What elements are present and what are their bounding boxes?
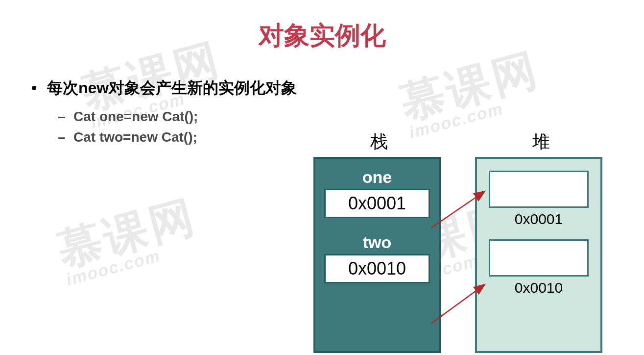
memory-diagram: 栈 堆 one 0x0001 two 0x0010 0x0001 0x0010 (313, 130, 637, 355)
stack-box: one 0x0001 two 0x0010 (313, 157, 441, 353)
stack-slot-two: two 0x0010 (315, 218, 439, 283)
heap-column-label: 堆 (517, 130, 566, 154)
heap-box: 0x0001 0x0010 (475, 157, 602, 353)
bullet-main: 每次new对象会产生新的实例化对象 (34, 77, 297, 99)
heap-object-1-box (489, 171, 589, 208)
stack-var-one-label: one (315, 168, 439, 187)
stack-slot-one: one 0x0001 (315, 159, 439, 218)
watermark: 慕课网 imooc.com (53, 194, 206, 289)
watermark-text: 慕课网 (53, 194, 201, 273)
heap-object-1: 0x0001 (477, 171, 600, 228)
watermark: 慕课网 imooc.com (396, 47, 549, 142)
heap-object-2: 0x0010 (477, 239, 600, 296)
stack-var-two-address: 0x0010 (324, 254, 430, 283)
watermark-text: 慕课网 (396, 47, 544, 126)
slide-title: 对象实例化 (0, 19, 644, 53)
heap-object-2-address: 0x0010 (477, 279, 600, 296)
heap-object-2-box (489, 239, 589, 277)
stack-column-label: 栈 (355, 130, 404, 154)
bullet-code-2: Cat two=new Cat(); (58, 129, 297, 145)
heap-object-1-address: 0x0001 (477, 211, 600, 228)
stack-var-two-label: two (315, 233, 439, 252)
stack-var-one-address: 0x0001 (324, 189, 430, 218)
bullet-list: 每次new对象会产生新的实例化对象 Cat one=new Cat(); Cat… (34, 77, 297, 150)
bullet-code-1: Cat one=new Cat(); (58, 109, 297, 125)
watermark-sub: imooc.com (64, 234, 205, 289)
